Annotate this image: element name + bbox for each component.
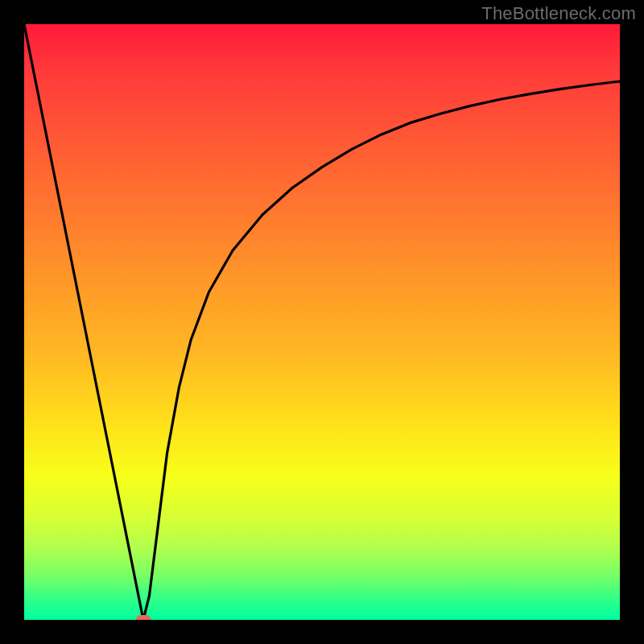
curve-svg bbox=[24, 24, 620, 620]
series-curve bbox=[24, 24, 620, 620]
watermark-text: TheBottleneck.com bbox=[481, 3, 636, 24]
highlight-point bbox=[136, 615, 151, 620]
plot-area bbox=[24, 24, 620, 620]
chart-frame: TheBottleneck.com bbox=[0, 0, 644, 644]
